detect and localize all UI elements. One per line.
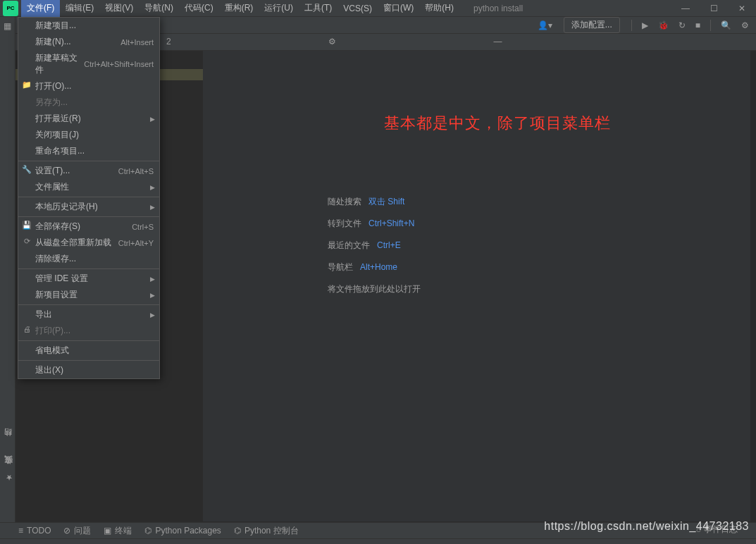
- chevron-right-icon: ▶: [150, 311, 155, 319]
- menubar: PC 文件(F) 编辑(E) 视图(V) 导航(N) 代码(C) 重构(R) 运…: [0, 0, 756, 17]
- menu-open[interactable]: 📁打开(O)...: [18, 78, 159, 94]
- window-title: python install: [473, 4, 523, 13]
- menu-save-as: 另存为...: [18, 94, 159, 111]
- menu-manage-ide[interactable]: 管理 IDE 设置▶: [18, 271, 159, 287]
- menu-exit[interactable]: 退出(X): [18, 362, 159, 378]
- warning-icon: ⊘: [63, 526, 70, 536]
- menu-tools[interactable]: 工具(T): [299, 0, 337, 17]
- menu-navigate[interactable]: 导航(N): [139, 0, 179, 17]
- menu-reload-from-disk[interactable]: ⟳从磁盘全部重新加载Ctrl+Alt+Y: [18, 235, 159, 251]
- menu-new[interactable]: 新建(N)...Alt+Insert: [18, 34, 159, 50]
- goto-file-link[interactable]: Ctrl+Shift+N: [368, 218, 414, 228]
- search-everywhere-link[interactable]: 双击 Shift: [368, 197, 404, 206]
- tab-minimize-icon[interactable]: —: [489, 34, 506, 49]
- terminal-tool[interactable]: ▣终端: [104, 525, 132, 537]
- problems-tool[interactable]: ⊘问题: [63, 525, 91, 537]
- close-icon[interactable]: ✕: [728, 0, 756, 17]
- list-icon: ≡: [18, 526, 23, 536]
- menu-code[interactable]: 代码(C): [179, 0, 219, 17]
- menu-run[interactable]: 运行(U): [259, 0, 299, 17]
- menu-separator: [18, 197, 159, 197]
- app-icon: PC: [3, 1, 18, 16]
- menu-view[interactable]: 视图(V): [99, 0, 139, 17]
- chevron-right-icon: ▶: [150, 184, 155, 191]
- menu-close-project[interactable]: 关闭项目(J): [18, 127, 159, 143]
- maximize-icon[interactable]: ☐: [700, 0, 728, 17]
- menu-edit[interactable]: 编辑(E): [60, 0, 99, 17]
- menu-power-save[interactable]: 省电模式: [18, 342, 159, 359]
- search-icon[interactable]: 🔍: [718, 19, 734, 32]
- menu-help[interactable]: 帮助(H): [419, 0, 459, 17]
- chevron-right-icon: ▶: [150, 204, 155, 211]
- menu-rename-project[interactable]: 重命名项目...: [18, 143, 159, 159]
- wrench-icon: 🔧: [22, 165, 32, 174]
- watermark-text: https://blog.csdn.net/weixin_44732183: [544, 520, 749, 533]
- menu-file[interactable]: 文件(F): [21, 0, 60, 17]
- print-icon: 🖨: [22, 325, 32, 333]
- annotation-text: 基本都是中文，除了项目菜单栏: [384, 113, 611, 134]
- sidebar-text-fragment: 2: [162, 34, 175, 49]
- welcome-drop-hint: 将文件拖放到此处以打开: [328, 283, 421, 295]
- minimize-icon[interactable]: ―: [671, 0, 700, 17]
- menu-separator: [18, 304, 159, 305]
- chevron-right-icon: ▶: [150, 276, 155, 283]
- file-menu-dropdown: 新建项目... 新建(N)...Alt+Insert 新建草稿文件Ctrl+Al…: [18, 17, 160, 379]
- chevron-right-icon: ▶: [150, 292, 155, 299]
- separator: [631, 20, 632, 31]
- navbar-link[interactable]: Alt+Home: [360, 262, 397, 272]
- python-console-tool[interactable]: ⌬Python 控制台: [234, 525, 299, 537]
- folder-icon: 📁: [22, 80, 32, 89]
- welcome-row: 转到文件Ctrl+Shift+N: [328, 218, 421, 230]
- welcome-panel: 随处搜索双击 Shift 转到文件Ctrl+Shift+N 最近的文件Ctrl+…: [328, 196, 421, 305]
- debug-icon[interactable]: 🐞: [655, 19, 671, 32]
- menu-refactor[interactable]: 重构(R): [219, 0, 259, 17]
- menu-local-history[interactable]: 本地历史记录(H)▶: [18, 199, 159, 215]
- welcome-row: 导航栏Alt+Home: [328, 261, 421, 273]
- python-icon: ⌬: [144, 526, 151, 536]
- tab-gear-icon[interactable]: ⚙: [324, 34, 340, 49]
- menu-new-scratch[interactable]: 新建草稿文件Ctrl+Alt+Shift+Insert: [18, 50, 159, 78]
- python-icon: ⌬: [234, 526, 241, 536]
- save-icon: 💾: [22, 221, 32, 230]
- menu-window[interactable]: 窗口(W): [378, 0, 419, 17]
- menu-separator: [18, 268, 159, 269]
- separator: [710, 20, 711, 31]
- editor-canvas[interactable]: [203, 39, 750, 521]
- window-controls: ― ☐ ✕: [671, 0, 756, 17]
- left-tool-gutter: ▦: [0, 17, 16, 527]
- welcome-row: 随处搜索双击 Shift: [328, 196, 421, 208]
- menu-separator: [18, 360, 159, 361]
- status-bar: [0, 538, 756, 544]
- reload-icon: ⟳: [22, 237, 32, 246]
- terminal-icon: ▣: [104, 526, 111, 536]
- menu-new-project-settings[interactable]: 新项目设置▶: [18, 287, 159, 303]
- project-tool-icon[interactable]: ▦: [4, 21, 11, 31]
- menu-print: 🖨打印(P)...: [18, 323, 159, 339]
- menu-file-properties[interactable]: 文件属性▶: [18, 179, 159, 195]
- menu-open-recent[interactable]: 打开最近(R)▶: [18, 111, 159, 127]
- favorites-tool-tab[interactable]: ★ 收藏夹: [3, 471, 15, 482]
- add-configuration-button[interactable]: 添加配置...: [564, 17, 620, 33]
- chevron-right-icon: ▶: [150, 116, 155, 123]
- menu-invalidate-caches[interactable]: 清除缓存...: [18, 251, 159, 267]
- gear-icon[interactable]: ⚙: [738, 19, 752, 32]
- menu-separator: [18, 216, 159, 217]
- menu-settings[interactable]: 🔧设置(T)...Ctrl+Alt+S: [18, 163, 159, 179]
- menu-new-project[interactable]: 新建项目...: [18, 18, 159, 34]
- menu-export[interactable]: 导出▶: [18, 307, 159, 323]
- run-icon[interactable]: ▶: [639, 19, 651, 32]
- python-packages-tool[interactable]: ⌬Python Packages: [144, 526, 221, 536]
- menu-separator: [18, 340, 159, 341]
- menu-vcs[interactable]: VCS(S): [337, 1, 378, 16]
- recent-files-link[interactable]: Ctrl+E: [377, 240, 401, 250]
- avatar-icon[interactable]: 👤▾: [535, 19, 555, 32]
- menu-save-all[interactable]: 💾全部保存(S)Ctrl+S: [18, 218, 159, 235]
- todo-tool[interactable]: ≡TODO: [18, 526, 51, 536]
- welcome-row: 最近的文件Ctrl+E: [328, 240, 421, 252]
- menu-separator: [18, 161, 159, 161]
- coverage-icon[interactable]: ↻: [676, 19, 688, 32]
- stop-icon[interactable]: ■: [693, 19, 703, 32]
